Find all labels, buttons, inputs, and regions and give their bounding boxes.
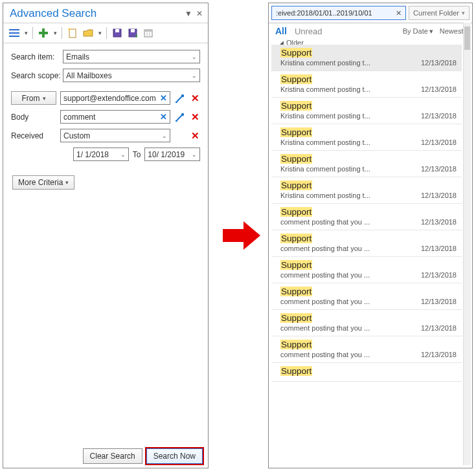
from-value: support@extendoffice.com bbox=[63, 94, 156, 103]
message-item[interactable]: SupportKristina comment posting t...12/1… bbox=[271, 151, 462, 177]
list-dropdown-icon[interactable]: ▾ bbox=[23, 30, 29, 36]
message-sender: Support bbox=[280, 287, 312, 296]
message-date: 12/13/2018 bbox=[421, 298, 457, 305]
received-select[interactable]: Custom ⌄ bbox=[60, 129, 170, 142]
clear-x-icon[interactable]: ✕ bbox=[160, 93, 167, 103]
clear-search-label: Clear Search bbox=[90, 452, 135, 461]
message-subject: comment posting that you ... bbox=[280, 298, 370, 305]
message-item[interactable]: SupportKristina comment posting t...12/1… bbox=[271, 177, 462, 204]
svg-line-17 bbox=[177, 96, 182, 102]
eyedropper-icon[interactable] bbox=[174, 112, 186, 122]
message-subject: Kristina comment posting t... bbox=[280, 59, 370, 67]
date-from-input[interactable]: 1/ 1/2018 ⌄ bbox=[73, 148, 129, 161]
message-sender: Support bbox=[280, 127, 312, 137]
folder-open-icon[interactable] bbox=[81, 26, 95, 40]
chevron-down-icon: ⌄ bbox=[162, 133, 167, 139]
message-date: 12/13/2018 bbox=[421, 218, 457, 226]
from-field-button[interactable]: From ▾ bbox=[11, 91, 56, 105]
caret-down-icon[interactable]: ▼ bbox=[185, 9, 192, 18]
sort-by-label: By Date bbox=[403, 27, 428, 35]
folder-scope-select[interactable]: Current Folder ▾ bbox=[409, 6, 470, 20]
date-to-value: 10/ 1/2019 bbox=[148, 150, 185, 159]
message-item[interactable]: Supportcomment posting that you ...12/13… bbox=[271, 310, 462, 336]
message-date: 12/13/2018 bbox=[421, 351, 457, 358]
chevron-down-icon: ▾ bbox=[429, 27, 433, 36]
search-item-label: Search item: bbox=[11, 52, 63, 61]
svg-rect-9 bbox=[115, 29, 119, 32]
message-subject: Kristina comment posting t... bbox=[280, 85, 370, 93]
search-query-text: :eived:2018/01/01..2019/10/01 bbox=[276, 9, 372, 17]
search-query-chip[interactable]: :eived:2018/01/01..2019/10/01 ✕ bbox=[271, 6, 406, 20]
calendar-icon[interactable] bbox=[141, 26, 155, 40]
filter-unread-tab[interactable]: Unread bbox=[295, 27, 323, 36]
remove-row-icon[interactable]: ✕ bbox=[190, 93, 200, 104]
message-item[interactable]: Supportcomment posting that you ...12/13… bbox=[271, 230, 462, 257]
message-item[interactable]: Supportcomment posting that you ...12/13… bbox=[271, 204, 462, 230]
remove-row-icon[interactable]: ✕ bbox=[190, 130, 200, 142]
remove-row-icon[interactable]: ✕ bbox=[190, 111, 200, 123]
folder-dropdown-icon[interactable]: ▾ bbox=[96, 30, 103, 36]
more-criteria-button[interactable]: More Criteria ▾ bbox=[12, 175, 74, 190]
plus-dropdown-icon[interactable]: ▾ bbox=[52, 30, 58, 36]
clear-search-button[interactable]: Clear Search bbox=[83, 448, 142, 464]
message-sender: Support bbox=[280, 101, 312, 111]
message-sender: Support bbox=[280, 313, 312, 323]
search-scope-label: Search scope: bbox=[11, 71, 63, 80]
message-subject: Kristina comment posting t... bbox=[280, 138, 370, 146]
save-as-icon[interactable] bbox=[126, 26, 140, 40]
body-input[interactable]: comment ✕ bbox=[60, 110, 170, 124]
message-sender: Support bbox=[280, 207, 312, 217]
more-criteria-label: More Criteria bbox=[18, 178, 63, 187]
message-item[interactable]: SupportKristina comment posting t...12/1… bbox=[271, 98, 462, 124]
sort-by-button[interactable]: By Date ▾ bbox=[403, 27, 433, 36]
svg-marker-7 bbox=[84, 30, 93, 36]
list-icon[interactable] bbox=[7, 26, 21, 40]
advanced-search-panel: Advanced Search ▼ ✕ ▾ ▾ ▾ bbox=[3, 3, 209, 468]
search-now-button[interactable]: Search Now bbox=[146, 448, 203, 464]
message-list: SupportKristina comment posting t...12/1… bbox=[271, 45, 462, 465]
svg-marker-23 bbox=[223, 221, 260, 250]
from-input[interactable]: support@extendoffice.com ✕ bbox=[60, 91, 170, 105]
svg-point-21 bbox=[181, 113, 184, 115]
message-sender: Support bbox=[280, 260, 312, 270]
scroll-thumb[interactable] bbox=[464, 27, 470, 50]
arrow-icon bbox=[223, 220, 262, 251]
body-label: Body bbox=[11, 113, 60, 122]
message-date: 12/13/2018 bbox=[421, 112, 457, 120]
message-item[interactable]: Supportcomment posting that you ...12/13… bbox=[271, 283, 462, 310]
message-item[interactable]: Support bbox=[271, 363, 462, 382]
svg-line-20 bbox=[177, 115, 182, 120]
message-item[interactable]: Supportcomment posting that you ...12/13… bbox=[271, 257, 462, 283]
search-item-select[interactable]: Emails ⌄ bbox=[63, 50, 200, 63]
clear-x-icon[interactable]: ✕ bbox=[160, 112, 167, 122]
message-item[interactable]: SupportKristina comment posting t...12/1… bbox=[271, 71, 462, 98]
save-icon[interactable] bbox=[110, 26, 124, 40]
message-subject: Kristina comment posting t... bbox=[280, 112, 370, 120]
svg-rect-4 bbox=[39, 32, 48, 34]
message-item[interactable]: SupportKristina comment posting t...12/1… bbox=[271, 124, 462, 151]
plus-icon[interactable] bbox=[36, 26, 51, 40]
chevron-down-icon: ⌄ bbox=[192, 72, 197, 79]
eyedropper-icon[interactable] bbox=[174, 93, 186, 104]
svg-point-18 bbox=[181, 94, 184, 96]
search-scope-select[interactable]: All Mailboxes ⌄ bbox=[63, 69, 200, 82]
message-sender: Support bbox=[280, 234, 312, 243]
message-sender: Support bbox=[280, 366, 312, 376]
search-now-label: Search Now bbox=[153, 452, 196, 461]
message-item[interactable]: SupportKristina comment posting t...12/1… bbox=[271, 45, 462, 71]
close-icon[interactable]: ✕ bbox=[196, 9, 203, 18]
results-topbar: :eived:2018/01/01..2019/10/01 ✕ Current … bbox=[269, 3, 472, 23]
chevron-down-icon: ▾ bbox=[43, 95, 46, 102]
new-doc-icon[interactable] bbox=[65, 26, 80, 40]
chevron-down-icon: ⌄ bbox=[192, 54, 197, 60]
message-date: 12/13/2018 bbox=[421, 271, 457, 279]
date-to-label: To bbox=[133, 150, 141, 159]
scrollbar[interactable] bbox=[463, 23, 471, 465]
message-sender: Support bbox=[280, 74, 312, 84]
date-to-input[interactable]: 10/ 1/2019 ⌄ bbox=[144, 148, 200, 161]
search-item-value: Emails bbox=[66, 52, 89, 61]
message-item[interactable]: Supportcomment posting that you ...12/13… bbox=[271, 336, 462, 363]
clear-search-x-icon[interactable]: ✕ bbox=[396, 9, 402, 17]
filter-all-tab[interactable]: All bbox=[275, 26, 287, 36]
svg-rect-0 bbox=[9, 29, 19, 30]
